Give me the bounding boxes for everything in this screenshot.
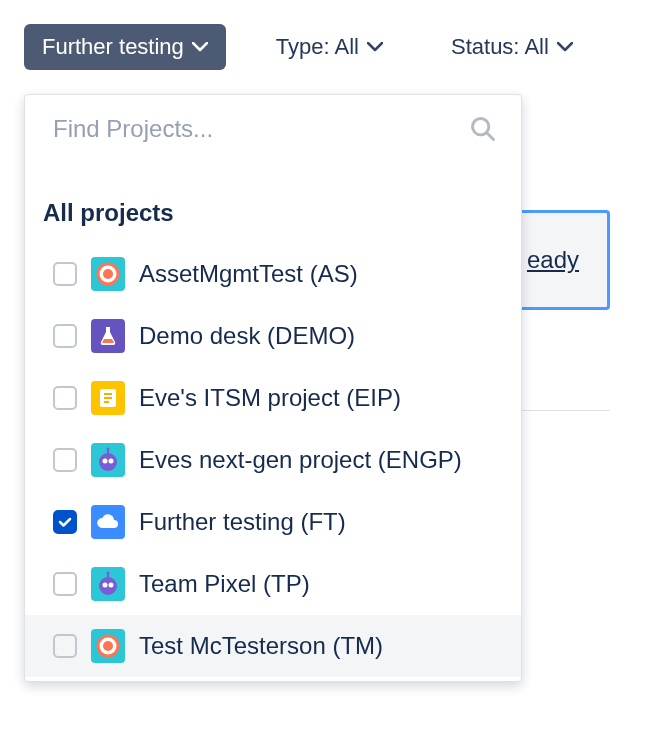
project-checkbox[interactable] xyxy=(53,386,77,410)
project-filter-dropdown: All projects AssetMgmtTest (AS)Demo desk… xyxy=(24,94,522,682)
project-checkbox[interactable] xyxy=(53,262,77,286)
search-icon xyxy=(469,115,497,143)
project-checkbox[interactable] xyxy=(53,324,77,348)
status-filter-button[interactable]: Status: All xyxy=(433,24,591,70)
notepad-icon xyxy=(91,381,125,415)
project-label: Eve's ITSM project (EIP) xyxy=(139,384,401,412)
project-item[interactable]: AssetMgmtTest (AS) xyxy=(25,243,521,305)
ring-icon xyxy=(91,257,125,291)
project-item[interactable]: Eves next-gen project (ENGP) xyxy=(25,429,521,491)
cloud-icon xyxy=(91,505,125,539)
project-item[interactable]: Test McTesterson (TM) xyxy=(25,615,521,677)
svg-line-1 xyxy=(487,133,494,140)
project-item[interactable]: Further testing (FT) xyxy=(25,491,521,553)
project-checkbox[interactable] xyxy=(53,572,77,596)
dropdown-section-heading: All projects xyxy=(25,155,521,243)
project-filter-label: Further testing xyxy=(42,34,184,60)
svg-point-13 xyxy=(107,448,110,451)
project-item[interactable]: Eve's ITSM project (EIP) xyxy=(25,367,521,429)
project-label: Further testing (FT) xyxy=(139,508,346,536)
project-label: Test McTesterson (TM) xyxy=(139,632,383,660)
background-divider xyxy=(520,410,610,411)
svg-point-14 xyxy=(99,577,117,595)
svg-point-9 xyxy=(99,453,117,471)
project-checkbox[interactable] xyxy=(53,448,77,472)
type-filter-label: Type: All xyxy=(276,34,359,60)
svg-point-16 xyxy=(109,583,114,588)
project-item[interactable]: Team Pixel (TP) xyxy=(25,553,521,615)
svg-point-10 xyxy=(103,459,108,464)
bot-icon xyxy=(91,443,125,477)
svg-point-15 xyxy=(103,583,108,588)
bot-icon xyxy=(91,567,125,601)
project-list: AssetMgmtTest (AS)Demo desk (DEMO)Eve's … xyxy=(25,243,521,677)
svg-point-3 xyxy=(103,269,113,279)
status-filter-label: Status: All xyxy=(451,34,549,60)
background-project-link-partial[interactable]: eady xyxy=(527,246,579,274)
svg-point-20 xyxy=(103,641,113,651)
ring-icon xyxy=(91,629,125,663)
project-search-input[interactable] xyxy=(53,115,469,143)
project-item[interactable]: Demo desk (DEMO) xyxy=(25,305,521,367)
project-label: Demo desk (DEMO) xyxy=(139,322,355,350)
svg-point-11 xyxy=(109,459,114,464)
chevron-down-icon xyxy=(557,42,573,52)
project-checkbox[interactable] xyxy=(53,510,77,534)
filter-bar: Further testing Type: All Status: All xyxy=(24,24,622,70)
project-filter-button[interactable]: Further testing xyxy=(24,24,226,70)
project-checkbox[interactable] xyxy=(53,634,77,658)
project-label: AssetMgmtTest (AS) xyxy=(139,260,358,288)
search-row xyxy=(25,95,521,155)
chevron-down-icon xyxy=(367,42,383,52)
type-filter-button[interactable]: Type: All xyxy=(258,24,401,70)
svg-point-18 xyxy=(107,572,110,575)
flask-icon xyxy=(91,319,125,353)
chevron-down-icon xyxy=(192,42,208,52)
project-label: Team Pixel (TP) xyxy=(139,570,310,598)
project-label: Eves next-gen project (ENGP) xyxy=(139,446,462,474)
